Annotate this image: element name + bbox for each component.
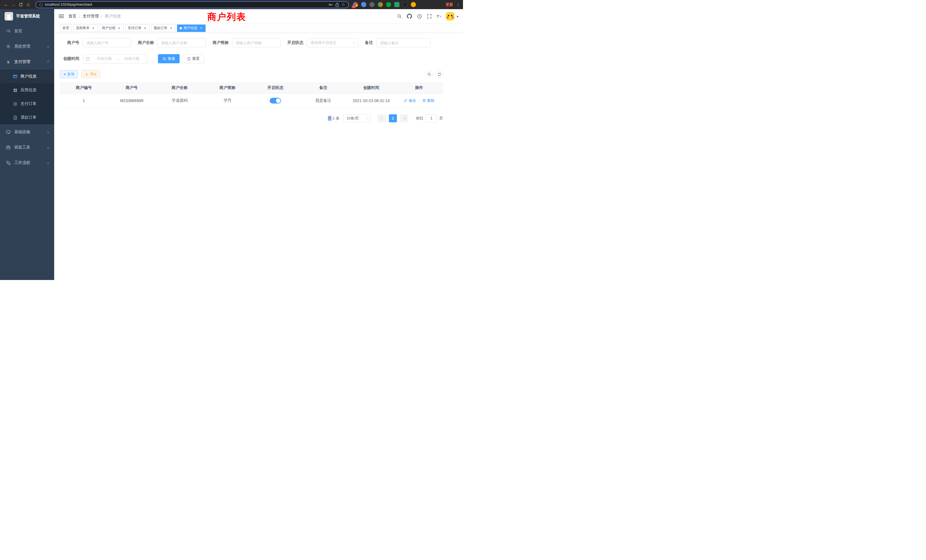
sidebar-item-label: 商户信息 bbox=[21, 74, 36, 79]
caret-down-icon[interactable] bbox=[457, 14, 458, 18]
url-text: localhost:1024/pay/merchant bbox=[45, 3, 92, 6]
chevron-down-icon bbox=[47, 45, 49, 48]
extension-icon-7[interactable] bbox=[402, 2, 408, 7]
sidebar-item-infrastructure[interactable]: 基础设施 bbox=[0, 124, 54, 140]
tab-label: 流程表单 bbox=[76, 26, 89, 30]
search-button[interactable]: 搜索 bbox=[158, 54, 180, 63]
download-icon bbox=[85, 73, 88, 76]
sidebar-item-home[interactable]: 首页 bbox=[0, 23, 54, 39]
app-logo[interactable]: 芋道管理系统 bbox=[0, 9, 54, 23]
sidebar-item-label: 支付订单 bbox=[21, 101, 36, 106]
logo-image bbox=[5, 12, 13, 21]
col-status: 开启状态 bbox=[251, 82, 300, 94]
tab-process-form[interactable]: 流程表单 bbox=[73, 24, 98, 32]
bookmark-star-icon[interactable] bbox=[342, 2, 345, 7]
url-bar[interactable]: localhost:1024/pay/merchant bbox=[35, 1, 349, 8]
hamburger-icon[interactable] bbox=[59, 12, 64, 20]
breadcrumb-home[interactable]: 首页 bbox=[68, 14, 76, 19]
browser-update-button[interactable]: 更新 bbox=[443, 2, 455, 7]
short-name-input[interactable] bbox=[232, 38, 280, 47]
profile-avatar-icon[interactable] bbox=[411, 2, 416, 7]
trash-icon bbox=[422, 98, 426, 102]
tab-home[interactable]: 首页 bbox=[60, 24, 72, 32]
goto-page-input[interactable] bbox=[426, 114, 437, 122]
sidebar-item-label: 工作流程 bbox=[14, 160, 30, 165]
date-range-picker[interactable]: 开始日期 - 结束日期 bbox=[83, 54, 148, 63]
col-create-time: 创建时间 bbox=[347, 82, 395, 94]
extension-icon-5[interactable] bbox=[386, 2, 391, 7]
sidebar-item-refund-orders[interactable]: 退款订单 bbox=[0, 110, 54, 124]
col-merchant-id: 商户编号 bbox=[60, 82, 108, 94]
extension-icon-1[interactable]: 10 bbox=[353, 2, 358, 7]
search-icon[interactable] bbox=[396, 12, 403, 20]
breadcrumb-payment[interactable]: 支付管理 bbox=[83, 14, 98, 19]
sidebar-item-payment-orders[interactable]: 支付订单 bbox=[0, 97, 54, 110]
toggle-search-icon[interactable] bbox=[425, 70, 433, 78]
total-count: 1 bbox=[333, 116, 335, 120]
chevron-down-icon bbox=[47, 131, 49, 133]
extension-icon-2[interactable] bbox=[361, 2, 366, 7]
fullscreen-icon[interactable] bbox=[426, 12, 433, 20]
remark-label: 备注 bbox=[365, 40, 376, 45]
sidebar-item-payment[interactable]: ¥ 支付管理 bbox=[0, 54, 54, 70]
close-icon[interactable] bbox=[199, 26, 203, 30]
user-avatar[interactable] bbox=[446, 12, 454, 21]
chevron-down-icon bbox=[366, 117, 369, 119]
browser-menu-icon[interactable] bbox=[455, 2, 461, 7]
back-icon[interactable] bbox=[2, 1, 10, 8]
export-button[interactable]: 导出 bbox=[81, 70, 100, 78]
share-icon[interactable] bbox=[335, 3, 339, 7]
tab-payment-orders[interactable]: 支付订单 bbox=[125, 24, 150, 32]
tab-refund-orders[interactable]: 退款订单 bbox=[151, 24, 176, 32]
payment-submenu: 商户信息 应用信息 bbox=[0, 70, 54, 124]
help-icon[interactable]: ? bbox=[416, 12, 424, 20]
create-time-label: 创建时间 bbox=[60, 56, 83, 61]
home-icon[interactable] bbox=[24, 1, 32, 8]
tab-label: 首页 bbox=[62, 26, 69, 30]
navbar: 首页 支付管理 商户信息 商户列表 bbox=[54, 9, 463, 23]
reload-icon[interactable] bbox=[17, 1, 24, 8]
sidebar-item-system[interactable]: 系统管理 bbox=[0, 39, 54, 54]
refresh-table-icon[interactable] bbox=[436, 70, 443, 78]
grid-icon bbox=[12, 88, 18, 92]
edit-link[interactable]: 修改 bbox=[404, 98, 416, 103]
reset-button[interactable]: 重置 bbox=[183, 54, 204, 63]
tab-user-group[interactable]: 用户分组 bbox=[99, 24, 124, 32]
yen-icon: ¥ bbox=[6, 60, 11, 64]
sidebar-item-merchant-info[interactable]: 商户信息 bbox=[0, 70, 54, 83]
tab-merchant-info[interactable]: 商户信息 bbox=[177, 24, 206, 32]
prev-page-button[interactable] bbox=[377, 114, 386, 122]
close-icon[interactable] bbox=[143, 26, 147, 30]
create-time-field: 创建时间 开始日期 - 结束日期 bbox=[60, 54, 148, 63]
delete-link[interactable]: 删除 bbox=[422, 98, 434, 103]
extension-icon-4[interactable] bbox=[378, 2, 383, 7]
page-number-1[interactable]: 1 bbox=[389, 114, 397, 122]
remark-field: 备注 bbox=[365, 38, 431, 47]
full-name-label: 商户全称 bbox=[138, 40, 157, 45]
delete-link-label: 删除 bbox=[427, 98, 434, 103]
status-select[interactable]: 请选择开启状态 bbox=[307, 38, 358, 47]
merchant-no-input[interactable] bbox=[83, 38, 131, 47]
info-icon[interactable] bbox=[39, 3, 43, 6]
font-size-icon[interactable]: T T bbox=[435, 12, 443, 20]
sidebar-item-app-info[interactable]: 应用信息 bbox=[0, 83, 54, 97]
extension-icon-6[interactable] bbox=[394, 2, 399, 7]
full-name-input[interactable] bbox=[157, 38, 206, 47]
key-icon[interactable] bbox=[328, 3, 333, 7]
monitor-icon bbox=[6, 130, 11, 134]
next-page-button[interactable] bbox=[400, 114, 408, 122]
close-icon[interactable] bbox=[91, 26, 95, 30]
close-icon[interactable] bbox=[169, 26, 173, 30]
remark-input[interactable] bbox=[376, 38, 431, 47]
close-icon[interactable] bbox=[117, 26, 121, 30]
extension-icon-3[interactable] bbox=[369, 2, 375, 7]
github-icon[interactable] bbox=[406, 12, 413, 20]
status-toggle[interactable] bbox=[270, 98, 281, 103]
sidebar-item-dev-tools[interactable]: 研发工具 bbox=[0, 140, 54, 155]
sidebar-item-workflow[interactable]: 工作流程 bbox=[0, 155, 54, 171]
cell-create-time: 2021-10-23 08:31:14 bbox=[347, 94, 395, 108]
add-button[interactable]: 新增 bbox=[60, 70, 78, 78]
page-size-select[interactable]: 10条/页 bbox=[343, 114, 371, 122]
search-button-label: 搜索 bbox=[168, 56, 175, 61]
forward-icon[interactable] bbox=[10, 1, 17, 8]
